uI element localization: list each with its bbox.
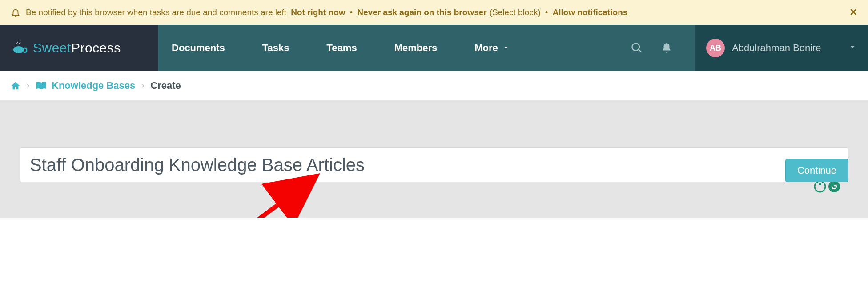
brand-process: Process [71, 40, 121, 56]
notification-separator: • [350, 8, 353, 17]
svg-point-4 [828, 181, 840, 192]
nav-teams[interactable]: Teams [327, 42, 357, 54]
bell-icon[interactable] [661, 42, 672, 54]
nav-more-label: More [474, 42, 498, 54]
nav-tasks[interactable]: Tasks [262, 42, 289, 54]
top-navigation: SweetProcess Documents Tasks Teams Membe… [0, 25, 868, 71]
breadcrumb-separator: › [27, 81, 29, 90]
nav-documents[interactable]: Documents [172, 42, 225, 54]
notification-message: Be notified by this browser when tasks a… [26, 8, 286, 17]
grammarly-widget[interactable]: + [814, 180, 840, 193]
content-area: + Continue [0, 100, 868, 218]
breadcrumb-separator: › [141, 81, 144, 90]
chevron-down-icon [502, 42, 510, 54]
not-right-now-link[interactable]: Not right now [291, 8, 345, 17]
book-icon [36, 81, 47, 90]
bell-outline-icon [11, 8, 20, 17]
allow-notifications-link[interactable]: Allow notifications [552, 8, 627, 17]
continue-button[interactable]: Continue [785, 159, 848, 182]
brand-block[interactable]: SweetProcess [0, 25, 158, 71]
notification-bar: Be notified by this browser when tasks a… [0, 0, 868, 25]
home-icon[interactable] [11, 81, 20, 91]
nav-members[interactable]: Members [394, 42, 438, 54]
brand-logo: SweetProcess [12, 40, 121, 56]
never-ask-link[interactable]: Never ask again on this browser [357, 8, 486, 17]
user-name: Abdulrahman Bonire [732, 42, 821, 54]
brand-sweet: Sweet [33, 40, 71, 56]
create-form: + Continue [11, 112, 857, 200]
notification-separator: • [545, 8, 548, 17]
chevron-down-icon [848, 42, 856, 54]
svg-line-5 [135, 179, 313, 218]
nav-more[interactable]: More [474, 42, 510, 54]
breadcrumb-knowledge-bases[interactable]: Knowledge Bases [36, 80, 135, 91]
nav-links: Documents Tasks Teams Members More [158, 25, 695, 71]
breadcrumb: › Knowledge Bases › Create [0, 71, 868, 100]
search-icon[interactable] [631, 42, 643, 54]
cup-icon [12, 42, 28, 54]
user-menu[interactable]: AB Abdulrahman Bonire [695, 25, 868, 71]
svg-point-0 [13, 46, 24, 53]
kb-title-input[interactable] [20, 147, 848, 182]
breadcrumb-current: Create [150, 80, 181, 91]
select-block-label: (Select block) [490, 8, 541, 17]
close-icon[interactable]: ✕ [849, 7, 857, 18]
breadcrumb-kb-label: Knowledge Bases [52, 80, 135, 91]
avatar: AB [706, 39, 725, 57]
